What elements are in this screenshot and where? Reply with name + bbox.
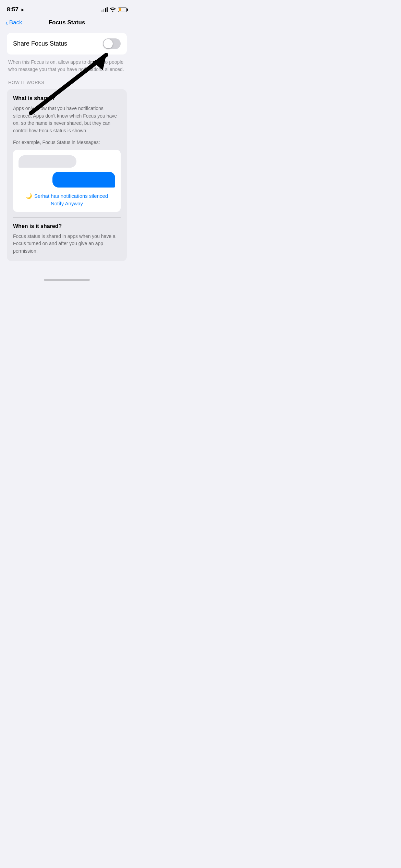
status-bar: 8:57 ► (0, 0, 134, 16)
status-time: 8:57 ► (7, 6, 25, 13)
what-is-shared-body: Apps only know that you have notificatio… (13, 105, 121, 135)
page-title: Focus Status (49, 19, 85, 26)
sent-bubble-wrapper (19, 172, 115, 188)
back-label: Back (9, 19, 22, 26)
share-focus-status-row: Share Focus Status (7, 33, 127, 55)
toggle-knob (104, 39, 113, 48)
status-icons (101, 7, 127, 13)
description-text: When this Focus is on, allow apps to dis… (7, 59, 127, 73)
nav-bar: ‹ Back Focus Status (0, 16, 134, 30)
toggle-label: Share Focus Status (13, 40, 67, 47)
what-is-shared-title: What is shared? (13, 95, 121, 101)
signal-icon (101, 7, 108, 12)
moon-icon: 🌙 (26, 193, 32, 199)
notify-anyway-button[interactable]: Notify Anyway (51, 201, 83, 206)
share-focus-status-toggle[interactable] (103, 38, 121, 49)
notification-silenced-text: Serhat has notifications silenced (34, 193, 108, 199)
received-bubble (19, 155, 76, 168)
message-preview: 🌙 Serhat has notifications silenced Noti… (13, 150, 121, 212)
back-button[interactable]: ‹ Back (5, 19, 22, 26)
section-header: HOW IT WORKS (7, 80, 127, 85)
wifi-icon (110, 7, 116, 13)
home-bar (44, 279, 90, 281)
back-chevron-icon: ‹ (5, 19, 8, 26)
home-indicator (0, 275, 134, 284)
info-card: What is shared? Apps only know that you … (7, 89, 127, 261)
location-icon: ► (21, 7, 25, 12)
sent-bubble (52, 172, 115, 188)
battery-icon (118, 8, 127, 12)
divider (13, 217, 121, 218)
when-is-it-shared-title: When is it shared? (13, 223, 121, 229)
notification-silenced-row: 🌙 Serhat has notifications silenced (26, 193, 108, 199)
when-is-it-shared-body: Focus status is shared in apps when you … (13, 233, 121, 255)
content: Share Focus Status When this Focus is on… (0, 30, 134, 275)
example-label: For example, Focus Status in Messages: (13, 140, 121, 145)
notification-silenced: 🌙 Serhat has notifications silenced Noti… (19, 193, 115, 206)
